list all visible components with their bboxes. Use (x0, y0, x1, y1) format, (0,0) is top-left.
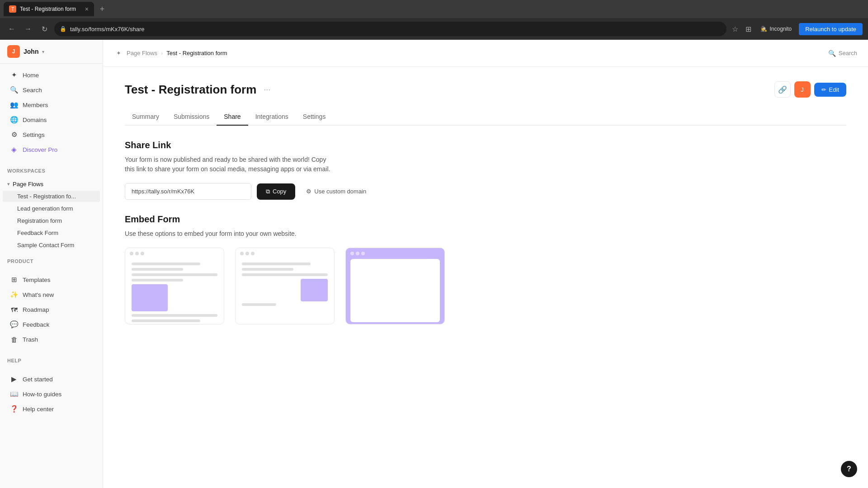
sidebar-item-discover-pro[interactable]: ◈ Discover Pro (3, 142, 100, 157)
copy-link-button[interactable]: 🔗 (774, 81, 791, 98)
sidebar-item-search[interactable]: 🔍 Search (3, 83, 100, 97)
dot-3 (251, 252, 255, 255)
topbar: ✦ Page Flows › Test - Registration form … (103, 40, 868, 67)
embed-line (242, 268, 293, 271)
dot-2 (135, 252, 139, 255)
sidebar-help-nav: ▶ Get started 📖 How-to guides ❓ Help cen… (0, 368, 103, 420)
extensions-button[interactable]: ⊞ (744, 23, 753, 35)
discover-pro-icon: ◈ (10, 145, 18, 154)
sidebar-item-test-reg[interactable]: Test - Registration fo... (3, 191, 100, 202)
product-section: Product (0, 251, 103, 268)
tab-submissions[interactable]: Submissions (166, 108, 217, 126)
avatar-initial: J (801, 86, 804, 93)
sidebar-label-home: Home (23, 72, 39, 79)
tab-settings[interactable]: Settings (296, 108, 333, 126)
title-menu-button[interactable]: ··· (262, 83, 272, 96)
sidebar-item-feedback[interactable]: 💬 Feedback (3, 317, 100, 332)
browser-nav-bar: ← → ↻ 🔒 tally.so/forms/mKx76K/share ☆ ⊞ … (0, 18, 868, 40)
tab-favicon: T (9, 5, 16, 13)
sidebar-item-templates[interactable]: ⊞ Templates (3, 272, 100, 287)
sidebar-label-get-started: Get started (23, 376, 53, 383)
user-menu-chevron: ▾ (42, 49, 44, 54)
sidebar-item-members[interactable]: 👥 Members (3, 98, 100, 112)
embed-card-popup[interactable] (235, 248, 335, 324)
sidebar-item-feedback-form[interactable]: Feedback Form (3, 227, 100, 239)
browser-tabs: T Test - Registration form × + (0, 0, 868, 18)
sidebar-item-help-center[interactable]: ❓ Help center (3, 402, 100, 416)
sidebar-item-sample-contact[interactable]: Sample Contact Form (3, 239, 100, 251)
sidebar-item-whats-new[interactable]: ✨ What's new (3, 287, 100, 302)
edit-button[interactable]: ✏ Edit (814, 83, 846, 97)
sidebar-header[interactable]: J John ▾ (0, 40, 103, 64)
sidebar-item-domains[interactable]: 🌐 Domains (3, 113, 100, 127)
embed-card-standard[interactable] (125, 248, 224, 324)
back-button[interactable]: ← (5, 23, 18, 35)
new-tab-button[interactable]: + (96, 3, 108, 15)
user-avatar-button[interactable]: J (794, 81, 811, 98)
tab-summary[interactable]: Summary (125, 108, 166, 126)
help-button[interactable]: ? (841, 461, 857, 477)
edit-icon: ✏ (821, 86, 826, 93)
embed-line (242, 273, 328, 276)
embed-preview-block (301, 279, 328, 301)
breadcrumb-separator: › (161, 50, 163, 56)
embed-line (132, 263, 200, 265)
sidebar-item-trash[interactable]: 🗑 Trash (3, 332, 100, 347)
tab-title: Test - Registration form (20, 6, 81, 12)
roadmap-icon: 🗺 (10, 305, 18, 314)
embed-card-fullpage[interactable] (345, 248, 445, 324)
embed-line (242, 263, 311, 265)
incognito-icon: 🕵 (760, 26, 767, 32)
nav-actions: ☆ ⊞ 🕵 Incognito Relaunch to update (730, 23, 863, 35)
copy-icon: ⧉ (266, 188, 270, 195)
bookmark-button[interactable]: ☆ (730, 23, 740, 35)
tab-share[interactable]: Share (217, 108, 248, 126)
home-icon: ✦ (10, 71, 18, 79)
topbar-search[interactable]: 🔍 Search (828, 50, 857, 57)
relaunch-button[interactable]: Relaunch to update (799, 23, 863, 35)
sidebar-label-discover-pro: Discover Pro (23, 146, 57, 153)
address-bar[interactable]: 🔒 tally.so/forms/mKx76K/share (54, 22, 726, 36)
forward-button[interactable]: → (22, 23, 34, 35)
workspace-chevron: ▾ (7, 181, 10, 187)
help-center-icon: ❓ (10, 405, 18, 413)
browser-chrome: T Test - Registration form × + ← → ↻ 🔒 t… (0, 0, 868, 40)
sidebar-item-home[interactable]: ✦ Home (3, 68, 100, 82)
embed-preview-block (132, 284, 168, 311)
dot-3 (361, 252, 365, 255)
sidebar-item-settings[interactable]: ⚙ Settings (3, 127, 100, 142)
sidebar-item-registration[interactable]: Registration form (3, 215, 100, 226)
share-link-input[interactable] (125, 183, 251, 200)
workspace-header[interactable]: ▾ Page Flows (0, 178, 103, 190)
sidebar-label-templates: Templates (23, 277, 51, 283)
sidebar-item-get-started[interactable]: ▶ Get started (3, 372, 100, 386)
embed-line (132, 314, 217, 317)
how-to-icon: 📖 (10, 390, 18, 398)
share-link-title: Share Link (125, 140, 846, 150)
breadcrumb-current-page: Test - Registration form (166, 50, 227, 56)
custom-domain-button[interactable]: ⚙ Use custom domain (301, 184, 372, 198)
search-icon: 🔍 (10, 86, 18, 94)
sidebar-item-roadmap[interactable]: 🗺 Roadmap (3, 302, 100, 317)
sidebar-label-feedback: Feedback (23, 321, 49, 328)
embed-description: Use these options to embed your form int… (125, 229, 846, 239)
tab-close-btn[interactable]: × (85, 5, 89, 13)
topbar-search-icon: 🔍 (828, 50, 836, 57)
dot-1 (130, 252, 133, 255)
sidebar-item-how-to[interactable]: 📖 How-to guides (3, 387, 100, 401)
reload-button[interactable]: ↻ (38, 23, 51, 35)
sidebar-item-lead-gen[interactable]: Lead generation form (3, 203, 100, 214)
incognito-indicator: 🕵 Incognito (757, 24, 796, 34)
sidebar-label-help-center: Help center (23, 406, 54, 413)
dot-1 (350, 252, 354, 255)
breadcrumb-workspace[interactable]: Page Flows (127, 50, 157, 56)
copy-button[interactable]: ⧉ Copy (257, 183, 295, 200)
tab-integrations[interactable]: Integrations (248, 108, 296, 126)
sidebar: J John ▾ ✦ Home 🔍 Search 👥 Members 🌐 Dom… (0, 40, 103, 488)
form-tabs: Summary Submissions Share Integrations S… (125, 108, 846, 126)
embed-line (132, 319, 200, 322)
page-title-left: Test - Registration form ··· (125, 83, 272, 97)
sidebar-label-trash: Trash (23, 336, 38, 343)
user-name: John (24, 48, 38, 55)
active-tab[interactable]: T Test - Registration form × (4, 2, 94, 16)
